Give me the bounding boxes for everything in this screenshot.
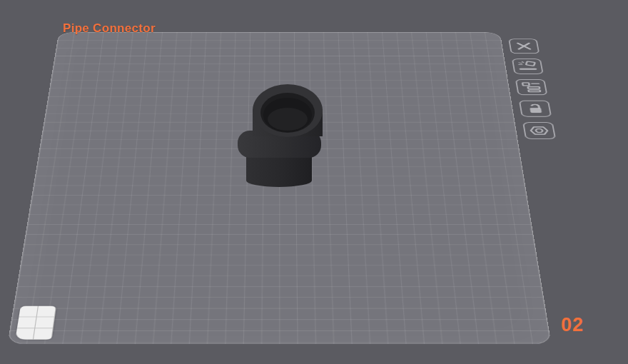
plate-locator-tag xyxy=(15,306,56,340)
model-pipe-connector[interactable] xyxy=(232,75,332,193)
plate-number-badge: 02 xyxy=(561,314,584,336)
plate-settings-icon[interactable] xyxy=(522,122,556,139)
arrange-plate-icon[interactable] xyxy=(515,79,548,95)
delete-plate-icon[interactable] xyxy=(508,39,540,54)
plate-toolbar xyxy=(508,39,556,139)
plate-title[interactable]: Pipe Connector xyxy=(63,21,156,36)
lock-plate-icon[interactable] xyxy=(519,101,552,117)
orient-plate-icon[interactable] xyxy=(512,59,544,74)
viewport-3d: Pipe Connector 02 xyxy=(0,0,628,364)
